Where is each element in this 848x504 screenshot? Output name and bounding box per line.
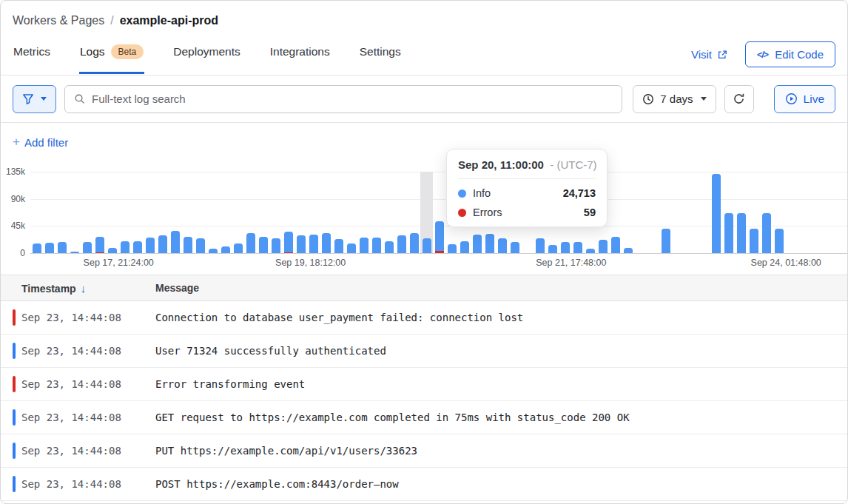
stacked-bar: [95, 237, 104, 253]
log-message: PUT https://example.com/api/v1/users/336…: [155, 445, 847, 457]
bar-segment-info: [410, 233, 419, 253]
chart-bar-slot[interactable]: [684, 172, 697, 253]
bar-segment-info: [385, 241, 394, 253]
chart-bar-slot[interactable]: [68, 172, 81, 253]
chart-bar-slot[interactable]: [722, 172, 735, 253]
add-filter-row: + Add filter: [1, 123, 847, 161]
page-header: Workers & Pages / example-api-prod Metri…: [1, 1, 847, 75]
chart-bar-slot[interactable]: [320, 172, 332, 253]
chart-bar-slot[interactable]: [383, 172, 395, 253]
y-axis-tick-label: 135k: [1, 167, 25, 177]
stacked-bar: [171, 231, 180, 253]
chart-bar-slot[interactable]: [697, 172, 710, 253]
chart-bar-slot[interactable]: [634, 172, 647, 253]
chart-bar-slot[interactable]: [307, 172, 320, 253]
chart-bar-slot[interactable]: [672, 172, 684, 253]
chart-bar-slot[interactable]: [760, 172, 773, 253]
plus-icon: +: [13, 135, 20, 149]
chart-bar-slot[interactable]: [408, 172, 420, 253]
log-row-error[interactable]: Sep 23, 14:44:08Connection to database u…: [1, 301, 847, 335]
chart-bar-slot[interactable]: [55, 172, 68, 253]
chart-bar-slot[interactable]: [131, 172, 144, 253]
bar-segment-info: [246, 233, 255, 253]
chart-bar-slot[interactable]: [232, 172, 244, 253]
chart-bar-slot[interactable]: [332, 172, 345, 253]
log-message: User 71324 successfully authenticated: [155, 345, 847, 357]
column-header-timestamp[interactable]: Timestamp↓: [1, 282, 155, 295]
live-button[interactable]: Live: [774, 85, 835, 113]
add-filter-button[interactable]: + Add filter: [13, 135, 68, 149]
bar-segment-info: [498, 238, 507, 253]
bar-segment-info: [272, 238, 280, 253]
chart-bar-slot[interactable]: [257, 172, 269, 253]
stacked-bar: [624, 248, 633, 253]
tab-deployments[interactable]: Deployments: [172, 41, 240, 74]
chart-bar-slot[interactable]: [433, 172, 445, 253]
x-axis-tick-label: Sep 17, 21:24:00: [84, 258, 154, 268]
chart-bar-slot[interactable]: [357, 172, 370, 253]
chart-bar-slot[interactable]: [345, 172, 357, 253]
info-dot-icon: [458, 189, 466, 198]
chart-bar-slot[interactable]: [710, 172, 722, 253]
search-input[interactable]: [92, 93, 613, 105]
chart-bar-slot[interactable]: [773, 172, 785, 253]
tab-logs[interactable]: LogsBeta: [79, 41, 144, 74]
chart-bar-slot[interactable]: [659, 172, 672, 253]
error-level-indicator: [13, 309, 16, 326]
chart-bar-slot[interactable]: [735, 172, 747, 253]
stacked-bar: [775, 229, 784, 253]
bar-segment-info: [599, 240, 608, 253]
chart-bar-slot[interactable]: [219, 172, 232, 253]
stacked-bar: [58, 242, 67, 254]
chart-bar-slot[interactable]: [106, 172, 118, 253]
breadcrumb-section[interactable]: Workers & Pages: [13, 14, 104, 27]
log-row-info[interactable]: Sep 23, 14:44:08POST https://example.com…: [1, 468, 847, 501]
refresh-button[interactable]: [724, 85, 754, 113]
chart-tooltip: Sep 20, 11:00:00 - (UTC-7) Info24,713Err…: [446, 149, 608, 227]
logs-table: Timestamp↓ Message Sep 23, 14:44:08Conne…: [1, 275, 847, 501]
log-row-info[interactable]: Sep 23, 14:44:08PUT https://example.com/…: [1, 434, 847, 468]
bar-segment-info: [460, 241, 469, 253]
log-row-error[interactable]: Sep 23, 14:44:08Error transforming event: [1, 368, 847, 401]
chart-bar-slot[interactable]: [30, 172, 43, 253]
chart-bar-slot[interactable]: [370, 172, 383, 253]
chart-bar-slot[interactable]: [144, 172, 156, 253]
visit-link[interactable]: Visit: [691, 48, 727, 61]
chart-bar-slot[interactable]: [244, 172, 257, 253]
chart-bar-slot[interactable]: [43, 172, 55, 253]
filter-dropdown-button[interactable]: [13, 85, 56, 113]
chart-bar-slot[interactable]: [156, 172, 169, 253]
chart-bar-slot[interactable]: [609, 172, 622, 253]
chart-bar-hovered[interactable]: [420, 172, 433, 253]
tooltip-series-label: Errors: [473, 206, 502, 218]
bar-segment-info: [108, 248, 117, 253]
chart-bar-slot[interactable]: [282, 172, 295, 253]
time-range-button[interactable]: 7 days: [633, 85, 716, 113]
chart-bar-slot[interactable]: [269, 172, 282, 253]
chart-bar-slot[interactable]: [747, 172, 760, 253]
log-row-info[interactable]: Sep 23, 14:44:08GET request to https://e…: [1, 401, 847, 434]
stacked-bar: [272, 238, 280, 253]
stacked-bar: [435, 221, 444, 253]
chart-bar-slot[interactable]: [169, 172, 181, 253]
tab-metrics[interactable]: Metrics: [13, 41, 51, 74]
bar-segment-info: [573, 242, 582, 253]
chart-bar-slot[interactable]: [295, 172, 307, 253]
chart-bar-slot[interactable]: [81, 172, 93, 253]
column-header-message: Message: [155, 282, 847, 294]
tab-integrations[interactable]: Integrations: [269, 41, 331, 74]
stacked-bar: [196, 238, 205, 253]
chart-bar-slot[interactable]: [647, 172, 659, 253]
log-row-info[interactable]: Sep 23, 14:44:08User 71324 successfully …: [1, 335, 847, 368]
log-timestamp: Sep 23, 14:44:08: [1, 411, 155, 423]
chart-bar-slot[interactable]: [194, 172, 206, 253]
chart-bar-slot[interactable]: [395, 172, 408, 253]
chart-bar-slot[interactable]: [118, 172, 131, 253]
chart-bar-slot[interactable]: [206, 172, 219, 253]
edit-code-button[interactable]: </> Edit Code: [745, 41, 835, 67]
bar-segment-info: [360, 238, 369, 253]
chart-bar-slot[interactable]: [622, 172, 634, 253]
chart-bar-slot[interactable]: [93, 172, 106, 253]
chart-bar-slot[interactable]: [181, 172, 194, 253]
tab-settings[interactable]: Settings: [359, 41, 402, 74]
